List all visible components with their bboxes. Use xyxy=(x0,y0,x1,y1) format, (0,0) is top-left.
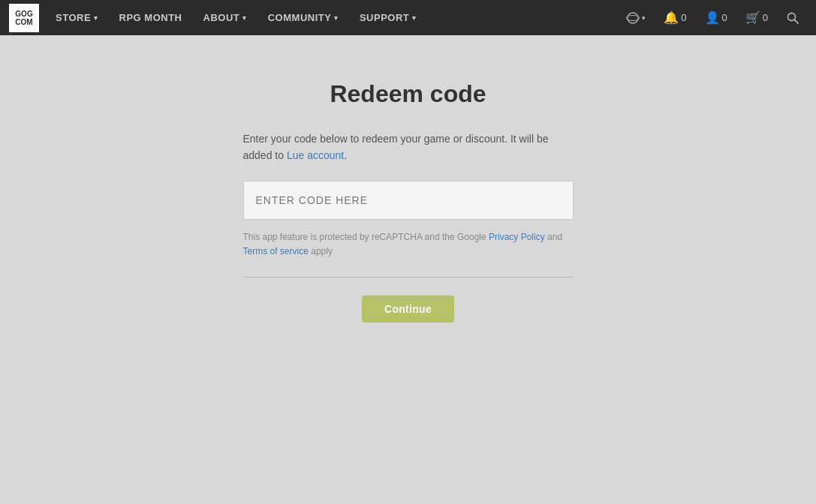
nav-community-label: COMMUNITY xyxy=(268,12,332,23)
logo[interactable]: GOGCOM xyxy=(9,4,39,32)
about-chevron-icon: ▾ xyxy=(242,14,247,22)
page-title: Redeem code xyxy=(330,80,486,108)
recaptcha-and: and xyxy=(547,232,562,242)
recaptcha-apply: apply xyxy=(311,246,333,256)
search-btn[interactable] xyxy=(778,0,807,35)
cart-count: 0 xyxy=(763,12,768,23)
store-chevron-icon: ▾ xyxy=(94,14,98,22)
nav-support[interactable]: SUPPORT ▾ xyxy=(349,0,427,35)
code-input[interactable] xyxy=(243,181,574,220)
recaptcha-text: This app feature is protected by reCAPTC… xyxy=(243,230,574,259)
notifications-btn[interactable]: 🔔 0 xyxy=(656,0,694,35)
nav-community[interactable]: COMMUNITY ▾ xyxy=(257,0,349,35)
privacy-policy-link[interactable]: Privacy Policy xyxy=(489,232,545,242)
bell-icon: 🔔 xyxy=(664,10,679,25)
nav-about-label: ABOUT xyxy=(203,12,240,23)
search-icon xyxy=(786,11,799,25)
nav-store-label: STORE xyxy=(56,12,91,23)
cart-icon: 🛒 xyxy=(745,10,760,25)
content-box: Enter your code below to redeem your gam… xyxy=(243,130,574,322)
nav-store[interactable]: STORE ▾ xyxy=(45,0,109,35)
galaxy-chevron-icon: ▾ xyxy=(642,14,646,22)
navbar: GOGCOM STORE ▾ RPG MONTH ABOUT ▾ COMMUNI… xyxy=(0,0,816,35)
support-chevron-icon: ▾ xyxy=(412,14,417,22)
svg-point-0 xyxy=(628,13,638,23)
user-icon: 👤 xyxy=(705,10,720,25)
nav-items: STORE ▾ RPG MONTH ABOUT ▾ COMMUNITY ▾ SU… xyxy=(45,0,619,35)
user-count: 0 xyxy=(722,12,727,23)
galaxy-icon-btn[interactable]: ▾ xyxy=(619,0,653,35)
nav-rpg-month[interactable]: RPG MONTH xyxy=(109,0,193,35)
description-text: Enter your code below to redeem your gam… xyxy=(243,130,574,164)
continue-button[interactable]: Continue xyxy=(362,296,454,322)
main-content: Redeem code Enter your code below to red… xyxy=(0,35,816,322)
divider xyxy=(243,277,574,278)
nav-rpg-label: RPG MONTH xyxy=(119,12,182,23)
recaptcha-prefix: This app feature is protected by reCAPTC… xyxy=(243,232,489,242)
terms-link[interactable]: Terms of service xyxy=(243,246,309,256)
user-btn[interactable]: 👤 0 xyxy=(697,0,735,35)
nav-right: ▾ 🔔 0 👤 0 🛒 0 xyxy=(619,0,807,35)
nav-support-label: SUPPORT xyxy=(360,12,409,23)
community-chevron-icon: ▾ xyxy=(334,14,339,22)
nav-about[interactable]: ABOUT ▾ xyxy=(193,0,257,35)
notifications-count: 0 xyxy=(681,12,686,23)
svg-line-3 xyxy=(795,20,799,23)
cart-btn[interactable]: 🛒 0 xyxy=(738,0,775,35)
galaxy-icon xyxy=(626,11,640,25)
account-link[interactable]: Lue account xyxy=(287,149,344,161)
